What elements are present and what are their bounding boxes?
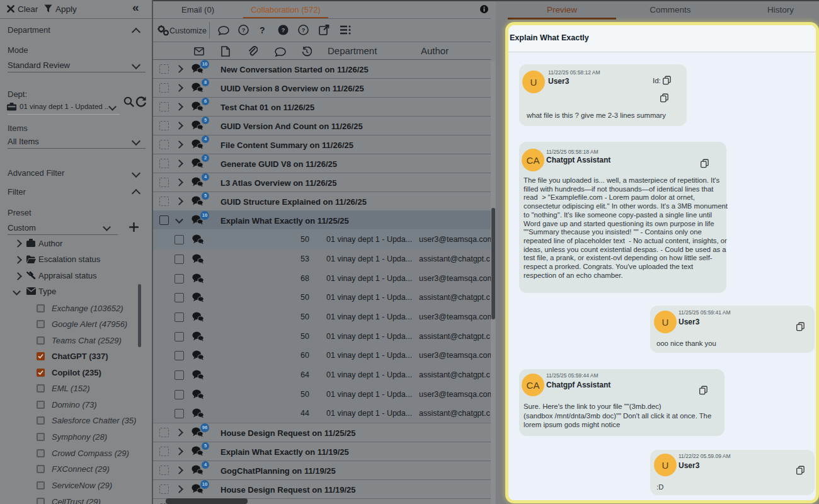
svg-text:?: ? [242,27,246,33]
svg-text:?: ? [282,26,285,33]
svg-text:?: ? [302,27,306,33]
